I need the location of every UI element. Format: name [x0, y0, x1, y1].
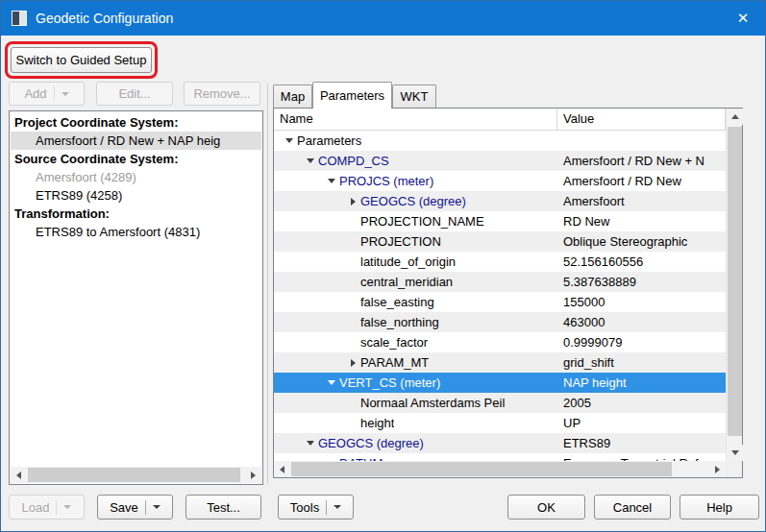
tree-node-value: ETRS89 [557, 433, 726, 453]
tree-node-name: PROJCS (meter) [339, 171, 433, 191]
tree-node-value: Amersfoort [557, 191, 726, 211]
indent [274, 423, 345, 423]
scrollbar-thumb[interactable] [28, 468, 240, 482]
tree-row[interactable]: COMPD_CSAmersfoort / RD New + N [274, 151, 726, 171]
close-icon[interactable]: ✕ [721, 1, 765, 36]
tree-row[interactable]: scale_factor0.9999079 [274, 332, 726, 352]
indent [274, 241, 345, 242]
collapse-icon[interactable] [303, 158, 318, 163]
tree-node-name: false_easting [360, 292, 434, 312]
collapse-icon[interactable] [324, 380, 339, 385]
tree-node-value: 0.9999079 [557, 332, 726, 352]
tree-row[interactable]: DATUMEuropean Terrestrial Ref [274, 453, 726, 461]
tree-row[interactable]: PROJCS (meter)Amersfoort / RD New [274, 171, 726, 191]
help-button[interactable]: Help [680, 495, 759, 520]
tab-parameters[interactable]: Parameters [312, 82, 392, 109]
expand-icon[interactable] [345, 198, 360, 206]
list-item[interactable]: ETRS89 (4258) [11, 186, 261, 205]
tree-row[interactable]: VERT_CS (meter)NAP height [274, 373, 726, 393]
scroll-left-icon[interactable] [274, 461, 290, 477]
tree-node-name: PROJECTION_NAME [360, 211, 484, 231]
scroll-up-icon[interactable] [727, 109, 743, 125]
app-icon[interactable] [12, 11, 27, 26]
tree-row[interactable]: PROJECTION_NAMERD New [274, 211, 726, 231]
tree-node-name: height [360, 413, 394, 433]
tree-node-value: European Terrestrial Ref [557, 453, 726, 461]
collapse-icon[interactable] [303, 441, 318, 446]
tree-row[interactable]: false_easting155000 [274, 292, 726, 312]
tab-wkt[interactable]: WKT [392, 85, 436, 108]
tree-node-value: 463000 [557, 312, 726, 332]
list-horizontal-scrollbar[interactable] [11, 467, 261, 483]
tree-node-name: COMPD_CS [318, 151, 389, 171]
tree-node-value: 5.387638889 [557, 272, 726, 292]
column-header-value[interactable]: Value [557, 109, 726, 130]
tools-button[interactable]: Tools [278, 495, 354, 520]
list-item[interactable]: Transformation: [11, 205, 261, 223]
tree-row[interactable]: Normaal Amsterdams Peil2005 [274, 393, 726, 413]
collapse-icon[interactable] [324, 179, 339, 183]
tree-row[interactable]: PROJECTIONOblique Stereographic [274, 231, 726, 252]
tree-node-value [557, 131, 726, 151]
scrollbar-corner [726, 461, 742, 477]
indent [274, 281, 345, 282]
list-item[interactable]: Amersfoort / RD New + NAP heig [11, 132, 261, 150]
indent [274, 181, 324, 181]
chevron-down-icon [153, 505, 161, 509]
switch-guided-setup-button[interactable]: Switch to Guided Setup [11, 47, 152, 73]
tree-row[interactable]: PARAM_MTgrid_shift [274, 352, 726, 373]
tree-node-name: central_meridian [360, 272, 453, 292]
scroll-right-icon[interactable] [709, 461, 726, 477]
test-button[interactable]: Test... [185, 495, 261, 520]
indent [274, 201, 345, 202]
indent [274, 322, 345, 323]
coordinate-system-list: Project Coordinate System:Amersfoort / R… [9, 110, 263, 485]
save-button[interactable]: Save [97, 495, 173, 520]
indent [274, 402, 345, 403]
tree-row[interactable]: GEOGCS (degree)ETRS89 [274, 433, 726, 453]
indent [274, 160, 303, 161]
add-button[interactable]: Add [9, 82, 85, 106]
chevron-down-icon [62, 92, 69, 96]
edit-button[interactable]: Edit... [96, 82, 173, 106]
scroll-down-icon[interactable] [727, 445, 743, 461]
tree-header[interactable]: Name Value [274, 109, 726, 131]
tree-node-name: PROJECTION [360, 231, 441, 252]
column-header-name[interactable]: Name [274, 109, 557, 130]
chevron-down-icon [63, 505, 71, 509]
tree-row[interactable]: false_northing463000 [274, 312, 726, 332]
scrollbar-thumb[interactable] [291, 462, 672, 476]
expand-icon[interactable] [345, 359, 360, 367]
tree-node-name: GEOGCS (degree) [360, 191, 466, 211]
tree-vertical-scrollbar[interactable] [726, 109, 742, 461]
tree-row[interactable]: heightUP [274, 413, 726, 433]
panel-splitter[interactable] [267, 84, 268, 484]
indent [274, 261, 345, 262]
load-button-label: Load [22, 500, 50, 515]
scrollbar-thumb[interactable] [728, 127, 742, 436]
title-bar[interactable]: Geodetic Configuration ✕ [1, 1, 765, 36]
tree-row[interactable]: Parameters [274, 131, 726, 151]
scroll-right-icon[interactable] [245, 467, 261, 483]
tools-button-label: Tools [290, 500, 319, 515]
tab-map[interactable]: Map [273, 85, 312, 108]
tree-rows: ParametersCOMPD_CSAmersfoort / RD New + … [274, 131, 726, 461]
ok-button[interactable]: OK [507, 495, 585, 520]
indent [274, 140, 282, 141]
collapse-icon[interactable] [282, 138, 297, 143]
remove-button[interactable]: Remove... [184, 82, 260, 106]
tree-row[interactable]: central_meridian5.387638889 [274, 272, 726, 292]
tree-horizontal-scrollbar[interactable] [274, 461, 726, 477]
tree-node-value: Oblique Stereographic [557, 231, 726, 252]
load-button[interactable]: Load [9, 495, 85, 520]
list-item[interactable]: ETRS89 to Amersfoort (4831) [11, 223, 261, 241]
tree-row[interactable]: latitude_of_origin52.156160556 [274, 252, 726, 272]
tree-row[interactable]: GEOGCS (degree)Amersfoort [274, 191, 726, 211]
cancel-button[interactable]: Cancel [594, 495, 671, 520]
scroll-left-icon[interactable] [11, 467, 27, 483]
list-item[interactable]: Amersfoort (4289) [11, 168, 261, 186]
tree-node-name: GEOGCS (degree) [318, 433, 424, 453]
list-item[interactable]: Source Coordinate System: [11, 150, 261, 168]
list-item[interactable]: Project Coordinate System: [11, 113, 261, 132]
tree-node-name: Normaal Amsterdams Peil [360, 393, 505, 413]
